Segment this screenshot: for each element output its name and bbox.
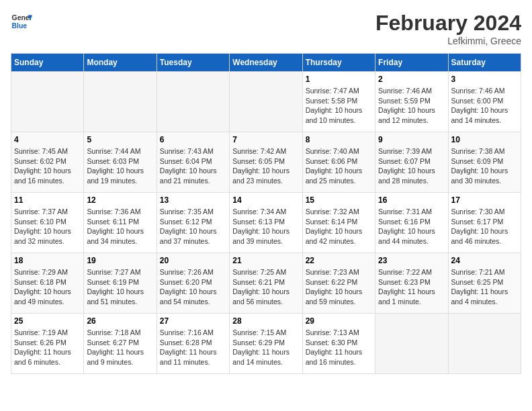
calendar-day-cell: 27Sunrise: 7:16 AM Sunset: 6:28 PM Dayli… — [157, 314, 229, 374]
day-info: Sunrise: 7:30 AM Sunset: 6:17 PM Dayligh… — [451, 207, 518, 246]
calendar-day-cell: 20Sunrise: 7:26 AM Sunset: 6:20 PM Dayli… — [157, 253, 229, 314]
calendar-body: 1Sunrise: 7:47 AM Sunset: 5:58 PM Daylig… — [11, 72, 521, 374]
logo-icon: General Blue — [11, 11, 32, 32]
day-info: Sunrise: 7:22 AM Sunset: 6:23 PM Dayligh… — [378, 267, 445, 307]
day-number: 23 — [378, 256, 445, 265]
day-number: 26 — [87, 316, 153, 326]
calendar-day-cell: 16Sunrise: 7:31 AM Sunset: 6:16 PM Dayli… — [375, 193, 448, 253]
day-number: 4 — [14, 135, 81, 144]
calendar-day-cell: 29Sunrise: 7:13 AM Sunset: 6:30 PM Dayli… — [302, 314, 375, 374]
day-info: Sunrise: 7:38 AM Sunset: 6:09 PM Dayligh… — [451, 146, 518, 186]
day-info: Sunrise: 7:26 AM Sunset: 6:20 PM Dayligh… — [160, 267, 226, 307]
day-info: Sunrise: 7:31 AM Sunset: 6:16 PM Dayligh… — [378, 207, 445, 246]
day-info: Sunrise: 7:37 AM Sunset: 6:10 PM Dayligh… — [14, 207, 81, 246]
calendar-day-cell: 26Sunrise: 7:18 AM Sunset: 6:27 PM Dayli… — [84, 314, 157, 374]
day-number: 20 — [160, 256, 226, 265]
day-info: Sunrise: 7:34 AM Sunset: 6:13 PM Dayligh… — [232, 207, 299, 246]
calendar-day-cell — [11, 72, 84, 132]
calendar-table: SundayMondayTuesdayWednesdayThursdayFrid… — [11, 53, 521, 374]
calendar-day-cell: 9Sunrise: 7:39 AM Sunset: 6:07 PM Daylig… — [375, 132, 448, 193]
day-number: 3 — [451, 75, 518, 84]
day-number: 27 — [160, 316, 226, 326]
day-info: Sunrise: 7:29 AM Sunset: 6:18 PM Dayligh… — [14, 267, 81, 307]
day-number: 25 — [14, 316, 81, 326]
weekday-header-row: SundayMondayTuesdayWednesdayThursdayFrid… — [11, 54, 521, 72]
day-number: 29 — [306, 316, 372, 326]
calendar-day-cell: 1Sunrise: 7:47 AM Sunset: 5:58 PM Daylig… — [302, 72, 375, 132]
day-info: Sunrise: 7:46 AM Sunset: 5:59 PM Dayligh… — [378, 86, 445, 126]
weekday-header-cell: Friday — [375, 54, 448, 72]
day-info: Sunrise: 7:18 AM Sunset: 6:27 PM Dayligh… — [87, 328, 153, 367]
calendar-day-cell: 14Sunrise: 7:34 AM Sunset: 6:13 PM Dayli… — [230, 193, 302, 253]
day-number: 19 — [87, 256, 153, 265]
calendar-day-cell: 25Sunrise: 7:19 AM Sunset: 6:26 PM Dayli… — [11, 314, 84, 374]
calendar-day-cell — [448, 314, 521, 374]
calendar-day-cell — [375, 314, 448, 374]
day-info: Sunrise: 7:13 AM Sunset: 6:30 PM Dayligh… — [306, 328, 372, 367]
title-block: February 2024 Lefkimmi, Greece — [375, 11, 521, 46]
day-number: 22 — [306, 256, 372, 265]
day-info: Sunrise: 7:23 AM Sunset: 6:22 PM Dayligh… — [306, 267, 372, 307]
day-info: Sunrise: 7:47 AM Sunset: 5:58 PM Dayligh… — [306, 86, 372, 126]
calendar-week-row: 1Sunrise: 7:47 AM Sunset: 5:58 PM Daylig… — [11, 72, 521, 132]
day-info: Sunrise: 7:42 AM Sunset: 6:05 PM Dayligh… — [232, 146, 299, 186]
day-number: 5 — [87, 135, 153, 144]
weekday-header-cell: Sunday — [11, 54, 84, 72]
day-number: 1 — [306, 75, 372, 84]
calendar-day-cell: 5Sunrise: 7:44 AM Sunset: 6:03 PM Daylig… — [84, 132, 157, 193]
weekday-header-cell: Wednesday — [230, 54, 302, 72]
day-number: 17 — [451, 195, 518, 205]
day-number: 14 — [232, 195, 299, 205]
day-info: Sunrise: 7:21 AM Sunset: 6:25 PM Dayligh… — [451, 267, 518, 307]
calendar-day-cell: 3Sunrise: 7:46 AM Sunset: 6:00 PM Daylig… — [448, 72, 521, 132]
calendar-day-cell: 13Sunrise: 7:35 AM Sunset: 6:12 PM Dayli… — [157, 193, 229, 253]
calendar-day-cell — [157, 72, 229, 132]
day-number: 7 — [232, 135, 299, 144]
day-info: Sunrise: 7:25 AM Sunset: 6:21 PM Dayligh… — [232, 267, 299, 307]
day-info: Sunrise: 7:43 AM Sunset: 6:04 PM Dayligh… — [160, 146, 226, 186]
calendar-day-cell: 12Sunrise: 7:36 AM Sunset: 6:11 PM Dayli… — [84, 193, 157, 253]
day-number: 9 — [378, 135, 445, 144]
calendar-day-cell: 8Sunrise: 7:40 AM Sunset: 6:06 PM Daylig… — [302, 132, 375, 193]
day-number: 18 — [14, 256, 81, 265]
calendar-day-cell: 10Sunrise: 7:38 AM Sunset: 6:09 PM Dayli… — [448, 132, 521, 193]
calendar-day-cell: 6Sunrise: 7:43 AM Sunset: 6:04 PM Daylig… — [157, 132, 229, 193]
weekday-header-cell: Monday — [84, 54, 157, 72]
day-info: Sunrise: 7:16 AM Sunset: 6:28 PM Dayligh… — [160, 328, 226, 367]
calendar-week-row: 4Sunrise: 7:45 AM Sunset: 6:02 PM Daylig… — [11, 132, 521, 193]
calendar-day-cell: 22Sunrise: 7:23 AM Sunset: 6:22 PM Dayli… — [302, 253, 375, 314]
day-info: Sunrise: 7:44 AM Sunset: 6:03 PM Dayligh… — [87, 146, 153, 186]
day-info: Sunrise: 7:39 AM Sunset: 6:07 PM Dayligh… — [378, 146, 445, 186]
day-number: 2 — [378, 75, 445, 84]
day-info: Sunrise: 7:40 AM Sunset: 6:06 PM Dayligh… — [306, 146, 372, 186]
calendar-day-cell: 24Sunrise: 7:21 AM Sunset: 6:25 PM Dayli… — [448, 253, 521, 314]
calendar-week-row: 11Sunrise: 7:37 AM Sunset: 6:10 PM Dayli… — [11, 193, 521, 253]
calendar-day-cell: 18Sunrise: 7:29 AM Sunset: 6:18 PM Dayli… — [11, 253, 84, 314]
calendar-day-cell: 19Sunrise: 7:27 AM Sunset: 6:19 PM Dayli… — [84, 253, 157, 314]
day-number: 16 — [378, 195, 445, 205]
day-number: 24 — [451, 256, 518, 265]
day-number: 15 — [306, 195, 372, 205]
day-number: 6 — [160, 135, 226, 144]
day-number: 28 — [232, 316, 299, 326]
day-info: Sunrise: 7:27 AM Sunset: 6:19 PM Dayligh… — [87, 267, 153, 307]
day-info: Sunrise: 7:15 AM Sunset: 6:29 PM Dayligh… — [232, 328, 299, 367]
day-info: Sunrise: 7:32 AM Sunset: 6:14 PM Dayligh… — [306, 207, 372, 246]
day-number: 12 — [87, 195, 153, 205]
page-header: General Blue February 2024 Lefkimmi, Gre… — [11, 11, 521, 46]
calendar-week-row: 18Sunrise: 7:29 AM Sunset: 6:18 PM Dayli… — [11, 253, 521, 314]
calendar-week-row: 25Sunrise: 7:19 AM Sunset: 6:26 PM Dayli… — [11, 314, 521, 374]
calendar-day-cell: 23Sunrise: 7:22 AM Sunset: 6:23 PM Dayli… — [375, 253, 448, 314]
weekday-header-cell: Thursday — [302, 54, 375, 72]
svg-text:Blue: Blue — [12, 22, 28, 30]
calendar-day-cell: 4Sunrise: 7:45 AM Sunset: 6:02 PM Daylig… — [11, 132, 84, 193]
day-info: Sunrise: 7:19 AM Sunset: 6:26 PM Dayligh… — [14, 328, 81, 367]
calendar-day-cell: 28Sunrise: 7:15 AM Sunset: 6:29 PM Dayli… — [230, 314, 302, 374]
logo: General Blue — [11, 11, 32, 32]
day-info: Sunrise: 7:46 AM Sunset: 6:00 PM Dayligh… — [451, 86, 518, 126]
weekday-header-cell: Saturday — [448, 54, 521, 72]
day-number: 11 — [14, 195, 81, 205]
month-year-title: February 2024 — [375, 11, 521, 36]
day-info: Sunrise: 7:45 AM Sunset: 6:02 PM Dayligh… — [14, 146, 81, 186]
calendar-day-cell: 21Sunrise: 7:25 AM Sunset: 6:21 PM Dayli… — [230, 253, 302, 314]
